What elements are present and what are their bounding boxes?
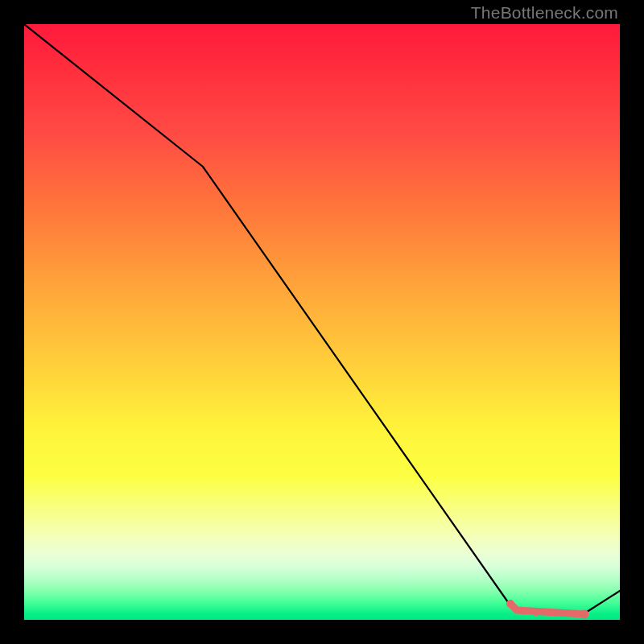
svg-point-1: [521, 609, 526, 614]
svg-point-6: [580, 610, 589, 619]
plot-area: [24, 24, 620, 620]
svg-point-3: [547, 611, 551, 616]
series-line: [24, 24, 620, 613]
svg-point-4: [559, 611, 564, 616]
svg-point-2: [534, 611, 539, 616]
svg-point-0: [506, 600, 514, 608]
watermark-text: TheBottleneck.com: [471, 3, 618, 23]
chart-frame: TheBottleneck.com: [0, 0, 644, 644]
chart-svg: [24, 24, 620, 620]
svg-point-5: [572, 611, 577, 616]
